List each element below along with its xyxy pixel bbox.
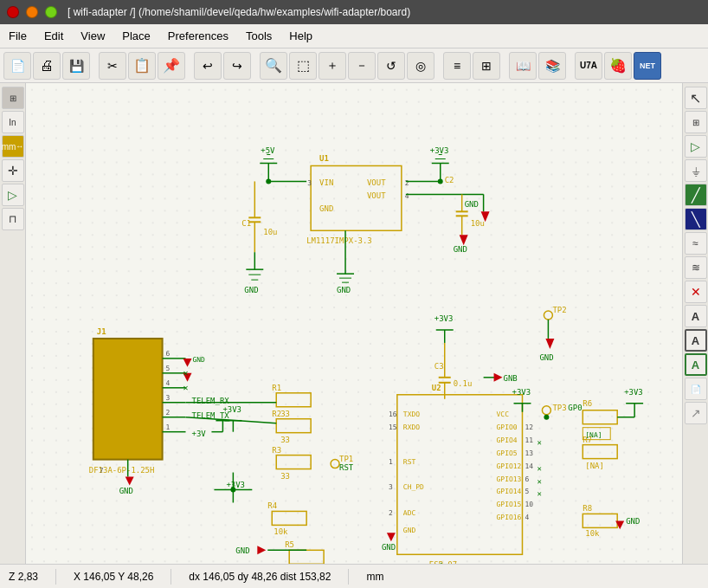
svg-text:✕: ✕ xyxy=(537,489,541,498)
close-button[interactable] xyxy=(7,6,19,18)
libmanage-button[interactable]: 📚 xyxy=(538,52,566,80)
menu-preferences[interactable]: Preferences xyxy=(159,26,237,46)
draw-bus-button[interactable]: ╲ xyxy=(685,208,707,230)
cut-button[interactable]: ✂ xyxy=(99,52,126,80)
svg-text:+3V3: +3V3 xyxy=(430,146,449,155)
svg-text:15: 15 xyxy=(389,423,397,431)
lib-button[interactable]: 📖 xyxy=(509,52,537,80)
add-component-button[interactable]: ⊓ xyxy=(2,208,24,230)
mm-button[interactable]: mm↔ xyxy=(2,135,24,158)
raspi-button[interactable]: 🍓 xyxy=(604,52,632,80)
svg-text:TP1: TP1 xyxy=(339,455,353,463)
paste-button[interactable]: 📌 xyxy=(158,52,185,80)
new-button[interactable]: 📄 xyxy=(3,52,31,80)
svg-text:LM1117IMPX-3.3: LM1117IMPX-3.3 xyxy=(306,236,372,245)
svg-text:R2: R2 xyxy=(272,410,281,418)
svg-text:+3V3: +3V3 xyxy=(434,314,454,323)
svg-text:✕: ✕ xyxy=(537,464,541,473)
menu-file[interactable]: File xyxy=(0,26,35,46)
refresh-button[interactable]: ↺ xyxy=(377,52,405,80)
svg-text:VCC: VCC xyxy=(497,410,510,418)
add-gnd-button[interactable]: ⏚ xyxy=(685,159,707,182)
add-power-button[interactable]: ▷ xyxy=(685,135,707,158)
netlist-button[interactable]: ≡ xyxy=(443,52,471,80)
svg-text:GND: GND xyxy=(119,487,133,495)
add-wire-button[interactable]: ▷ xyxy=(2,184,24,206)
copy-button[interactable]: 📋 xyxy=(128,52,156,80)
menu-edit[interactable]: Edit xyxy=(35,26,72,46)
svg-text:+3V3: +3V3 xyxy=(512,388,531,397)
svg-text:[NA]: [NA] xyxy=(585,462,604,470)
status-sep-1 xyxy=(55,569,56,585)
minimize-button[interactable] xyxy=(26,6,38,18)
svg-text:10: 10 xyxy=(525,501,533,508)
svg-text:GND: GND xyxy=(192,356,205,364)
svg-text:7: 7 xyxy=(100,467,104,475)
grid-button[interactable]: ⊞ xyxy=(2,87,24,109)
svg-text:10u: 10u xyxy=(471,219,485,228)
svg-rect-50 xyxy=(93,339,163,460)
svg-text:C3: C3 xyxy=(434,362,444,371)
zoom-select-button[interactable]: ◎ xyxy=(407,52,434,80)
zoom-fit-button[interactable]: 🔍 xyxy=(260,52,287,80)
main-area: ⊞ In mm↔ ✛ ▷ ⊓ VIN VOUT VOUT GND 3 2 xyxy=(0,83,708,564)
schematic-canvas-area[interactable]: VIN VOUT VOUT GND 3 2 4 U1 LM1117IMPX-3.… xyxy=(26,83,682,564)
svg-text:ADC: ADC xyxy=(403,509,416,517)
svg-text:13: 13 xyxy=(525,449,533,457)
svg-text:+3V3: +3V3 xyxy=(222,405,241,414)
bom-button[interactable]: ⊞ xyxy=(473,52,500,80)
svg-text:GPIO4: GPIO4 xyxy=(497,436,518,444)
svg-text:✕: ✕ xyxy=(537,477,541,486)
add-sheet-pin-button[interactable]: ↗ xyxy=(685,402,707,424)
zoom-level: Z 2,83 xyxy=(9,571,38,583)
annotation-button[interactable]: U7A xyxy=(575,52,602,80)
netcheck-button[interactable]: NET xyxy=(634,52,661,80)
svg-text:6: 6 xyxy=(166,350,171,358)
svg-text:GPIO14: GPIO14 xyxy=(497,488,522,495)
window-title: [ wifi-adapter /] (/home/shamil/devel/qe… xyxy=(68,6,410,18)
add-glabel-button[interactable]: A xyxy=(685,329,707,352)
svg-text:14: 14 xyxy=(525,462,533,470)
svg-point-18 xyxy=(266,178,271,184)
svg-point-159 xyxy=(544,415,549,420)
zoom-area-button[interactable]: ⬚ xyxy=(289,52,317,80)
undo-button[interactable]: ↩ xyxy=(194,52,222,80)
zoom-in-button[interactable]: ＋ xyxy=(319,52,346,80)
svg-text:VOUT: VOUT xyxy=(367,191,386,200)
no-connect-button[interactable]: ✕ xyxy=(685,281,707,303)
save-button[interactable]: 💾 xyxy=(62,52,90,80)
cursor-button[interactable]: ✛ xyxy=(2,159,24,182)
svg-text:R1: R1 xyxy=(272,384,281,392)
svg-text:1: 1 xyxy=(389,458,393,466)
menu-help[interactable]: Help xyxy=(280,26,321,46)
svg-text:GND: GND xyxy=(454,245,467,254)
svg-text:+3V3: +3V3 xyxy=(226,481,245,489)
svg-text:C1: C1 xyxy=(241,219,251,228)
units-label: mm xyxy=(366,571,383,583)
svg-text:5: 5 xyxy=(525,488,529,495)
menu-tools[interactable]: Tools xyxy=(237,26,280,46)
svg-text:3: 3 xyxy=(389,483,393,491)
add-hier-label-button[interactable]: A xyxy=(685,353,707,376)
select-tool-button[interactable]: ↖ xyxy=(685,87,707,109)
redo-button[interactable]: ↪ xyxy=(223,52,251,80)
open-button[interactable]: 🖨 xyxy=(33,52,61,80)
svg-text:16: 16 xyxy=(389,410,397,418)
menu-view[interactable]: View xyxy=(72,26,113,46)
menu-place[interactable]: Place xyxy=(113,26,159,46)
add-sheet-button[interactable]: 📄 xyxy=(685,378,707,400)
svg-text:11: 11 xyxy=(525,436,533,444)
svg-text:10k: 10k xyxy=(274,527,288,536)
zoom-out-button[interactable]: － xyxy=(348,52,376,80)
bus-entry2-button[interactable]: ≋ xyxy=(685,256,707,279)
add-label-button[interactable]: A xyxy=(685,305,707,327)
maximize-button[interactable] xyxy=(45,6,57,18)
inch-button[interactable]: In xyxy=(2,111,24,133)
bus-entry1-button[interactable]: ≈ xyxy=(685,232,707,255)
hier-pin-button[interactable]: ⊞ xyxy=(685,111,707,133)
draw-wire-button[interactable]: ╱ xyxy=(685,184,707,206)
svg-text:RST: RST xyxy=(339,463,354,472)
schematic-svg: VIN VOUT VOUT GND 3 2 4 U1 LM1117IMPX-3.… xyxy=(26,83,682,564)
svg-text:TP2: TP2 xyxy=(552,306,566,314)
right-toolbar: ↖ ⊞ ▷ ⏚ ╱ ╲ ≈ ≋ ✕ A A A 📄 ↗ xyxy=(682,83,708,564)
